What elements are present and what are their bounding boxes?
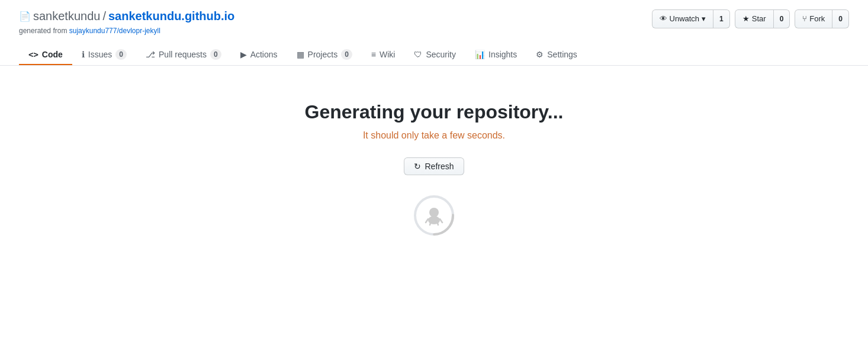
tab-wiki-label: Wiki: [380, 50, 395, 59]
refresh-icon: ↻: [414, 162, 421, 171]
tab-security[interactable]: 🛡 Security: [404, 45, 465, 65]
octocat-logo: [423, 205, 445, 226]
gear-icon: ⚙: [536, 50, 544, 59]
fork-button[interactable]: ⑂ Fork: [795, 9, 832, 28]
tab-wiki[interactable]: ≡ Wiki: [362, 45, 405, 65]
star-label: Star: [752, 13, 766, 25]
star-icon: ★: [742, 13, 750, 25]
shield-icon: 🛡: [414, 50, 422, 59]
svg-point-2: [429, 208, 439, 217]
breadcrumb-separator: /: [102, 9, 106, 23]
issues-badge: 0: [115, 49, 127, 60]
fork-label: Fork: [809, 13, 825, 25]
issues-icon: ℹ: [82, 50, 85, 59]
tab-code-label: Code: [42, 50, 63, 59]
breadcrumb: 📄 sanketkundu / sanketkundu.github.io: [19, 9, 234, 23]
tab-issues-label: Issues: [88, 50, 112, 59]
star-btn-group: ★ Star 0: [735, 9, 790, 28]
tab-actions[interactable]: ▶ Actions: [231, 45, 287, 65]
tab-projects[interactable]: ▦ Projects 0: [287, 44, 362, 66]
tab-settings-label: Settings: [547, 50, 577, 59]
repo-nav: <> Code ℹ Issues 0 ⎇ Pull requests 0 ▶ A…: [0, 44, 868, 66]
tab-insights[interactable]: 📊 Insights: [465, 45, 526, 65]
actions-icon: ▶: [240, 50, 247, 59]
repo-icon: 📄: [19, 11, 31, 22]
svg-line-7: [440, 219, 442, 223]
tab-pull-requests[interactable]: ⎇ Pull requests 0: [136, 44, 231, 66]
source-repo-link[interactable]: sujaykundu777/devlopr-jekyll: [69, 27, 160, 35]
wiki-icon: ≡: [371, 50, 376, 59]
chart-icon: 📊: [475, 50, 485, 59]
fork-count[interactable]: 0: [832, 9, 849, 28]
repo-name-link[interactable]: sanketkundu.github.io: [108, 9, 234, 23]
tab-issues[interactable]: ℹ Issues 0: [72, 44, 136, 66]
pull-requests-icon: ⎇: [146, 50, 155, 59]
tab-insights-label: Insights: [488, 50, 517, 59]
watch-button[interactable]: 👁 Unwatch ▾: [652, 9, 713, 28]
watch-count[interactable]: 1: [713, 9, 730, 28]
pull-requests-badge: 0: [210, 49, 221, 60]
svg-line-4: [426, 219, 428, 223]
watch-btn-group: 👁 Unwatch ▾ 1: [652, 9, 730, 28]
refresh-button[interactable]: ↻ Refresh: [404, 157, 464, 175]
tab-settings[interactable]: ⚙ Settings: [526, 45, 587, 65]
repo-actions: 👁 Unwatch ▾ 1 ★ Star 0 ⑂ Fork 0: [647, 9, 849, 28]
projects-badge: 0: [341, 49, 352, 60]
tab-pull-requests-label: Pull requests: [159, 50, 207, 59]
tab-security-label: Security: [426, 50, 456, 59]
repo-owner-link[interactable]: sanketkundu: [33, 9, 100, 23]
tab-code[interactable]: <> Code: [19, 45, 72, 65]
generating-subtitle: It should only take a few seconds.: [363, 130, 505, 141]
generating-title: Generating your repository...: [305, 101, 564, 123]
watch-dropdown-arrow: ▾: [702, 13, 706, 25]
star-count[interactable]: 0: [773, 9, 790, 28]
watch-label: Unwatch: [670, 13, 700, 25]
tab-projects-label: Projects: [308, 50, 338, 59]
repo-meta: generated from sujaykundu777/devlopr-jek…: [19, 27, 234, 35]
tab-actions-label: Actions: [250, 50, 278, 59]
fork-btn-group: ⑂ Fork 0: [795, 9, 849, 28]
repo-header: 📄 sanketkundu / sanketkundu.github.io ge…: [0, 0, 868, 35]
refresh-label: Refresh: [425, 162, 454, 171]
star-button[interactable]: ★ Star: [735, 9, 773, 28]
main-content: Generating your repository... It should …: [0, 66, 868, 260]
loading-spinner: [413, 194, 455, 237]
eye-icon: 👁: [660, 13, 667, 25]
code-icon: <>: [28, 50, 38, 59]
projects-icon: ▦: [297, 50, 304, 59]
fork-icon: ⑂: [802, 13, 807, 25]
repo-title-area: 📄 sanketkundu / sanketkundu.github.io ge…: [19, 9, 234, 35]
generated-from-label: generated from: [19, 27, 67, 35]
